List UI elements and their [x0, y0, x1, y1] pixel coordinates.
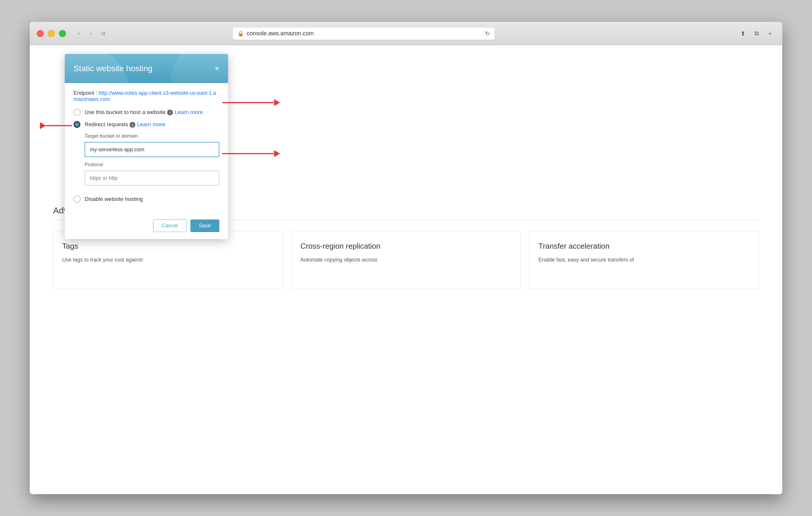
- reload-button[interactable]: ↻: [485, 30, 490, 37]
- page-content: Static website hosting × Endpoint : http…: [30, 45, 782, 494]
- transfer-acceleration-card-title: Transfer acceleration: [539, 242, 750, 251]
- protocol-input[interactable]: [85, 171, 219, 186]
- disable-label: Disable website hosting: [85, 196, 143, 202]
- transfer-acceleration-card-desc: Enable fast, easy and secure transfers o…: [539, 256, 750, 264]
- dialog-footer: Cancel Save: [65, 215, 228, 239]
- target-bucket-input[interactable]: [85, 142, 219, 157]
- tags-card: Tags Use tags to track your cost against: [53, 231, 283, 289]
- url-text: console.aws.amazon.com: [247, 30, 314, 37]
- traffic-light-red[interactable]: [37, 30, 44, 37]
- toolbar-right: ⬆ ⧉ ＋: [738, 28, 775, 39]
- traffic-lights: [37, 30, 66, 37]
- share-button[interactable]: ⬆: [738, 28, 748, 39]
- lock-icon: 🔒: [237, 30, 244, 37]
- transfer-acceleration-card: Transfer acceleration Enable fast, easy …: [529, 231, 759, 289]
- endpoint-label: Endpoint :: [74, 90, 97, 96]
- cancel-button[interactable]: Cancel: [153, 219, 186, 232]
- browser-content: Static website hosting × Endpoint : http…: [30, 45, 782, 494]
- cards-row: Tags Use tags to track your cost against…: [53, 231, 759, 289]
- traffic-light-green[interactable]: [59, 30, 66, 37]
- protocol-label: Protocol: [85, 162, 219, 168]
- redirect-label: Redirect requests i Learn more: [85, 121, 165, 128]
- address-bar[interactable]: 🔒 console.aws.amazon.com ↻: [232, 27, 495, 40]
- use-bucket-learn-more[interactable]: Learn more: [174, 109, 203, 115]
- redirect-learn-more[interactable]: Learn more: [137, 121, 165, 127]
- tags-card-title: Tags: [62, 242, 273, 251]
- disable-radio[interactable]: [74, 195, 81, 203]
- traffic-light-yellow[interactable]: [48, 30, 55, 37]
- static-website-hosting-dialog: Static website hosting × Endpoint : http…: [65, 54, 228, 239]
- dialog-body: Endpoint : http://www.notes-app-client.s…: [65, 83, 228, 215]
- disable-option: Disable website hosting: [74, 195, 219, 203]
- use-bucket-info-icon[interactable]: i: [167, 110, 173, 116]
- nav-buttons: ‹ › ⊡: [74, 28, 109, 39]
- cross-region-card: Cross-region replication Automate copyin…: [291, 231, 521, 289]
- use-bucket-label: Use this bucket to host a website i Lear…: [85, 109, 203, 116]
- arrow-endpoint: [222, 99, 280, 106]
- tab-button[interactable]: ⊡: [98, 28, 109, 39]
- target-bucket-label: Target bucket or domain: [85, 133, 219, 139]
- back-button[interactable]: ‹: [74, 28, 84, 39]
- use-bucket-option: Use this bucket to host a website i Lear…: [74, 109, 219, 116]
- browser-titlebar: ‹ › ⊡ 🔒 console.aws.amazon.com ↻ ⬆ ⧉ ＋: [30, 22, 782, 45]
- cross-region-card-desc: Automate copying objects across: [300, 256, 512, 264]
- save-button[interactable]: Save: [191, 219, 219, 232]
- dialog-title: Static website hosting: [74, 64, 152, 73]
- redirect-info-icon[interactable]: i: [129, 122, 135, 128]
- endpoint-section: Endpoint : http://www.notes-app-client.s…: [74, 90, 219, 102]
- redirect-option: Redirect requests i Learn more: [74, 121, 219, 128]
- add-tab-button[interactable]: ＋: [765, 28, 775, 39]
- redirect-radio[interactable]: [74, 121, 81, 128]
- forward-button[interactable]: ›: [86, 28, 96, 39]
- browser-window: ‹ › ⊡ 🔒 console.aws.amazon.com ↻ ⬆ ⧉ ＋ S…: [30, 22, 782, 494]
- cross-region-card-title: Cross-region replication: [300, 242, 512, 251]
- duplicate-button[interactable]: ⧉: [751, 28, 762, 39]
- dialog-header: Static website hosting ×: [65, 54, 228, 83]
- tags-card-desc: Use tags to track your cost against: [62, 256, 273, 264]
- dialog-close-button[interactable]: ×: [215, 64, 219, 72]
- redirect-subform: Target bucket or domain Protocol: [85, 133, 219, 190]
- use-bucket-radio[interactable]: [74, 109, 81, 116]
- arrow-target-bucket: [222, 150, 280, 157]
